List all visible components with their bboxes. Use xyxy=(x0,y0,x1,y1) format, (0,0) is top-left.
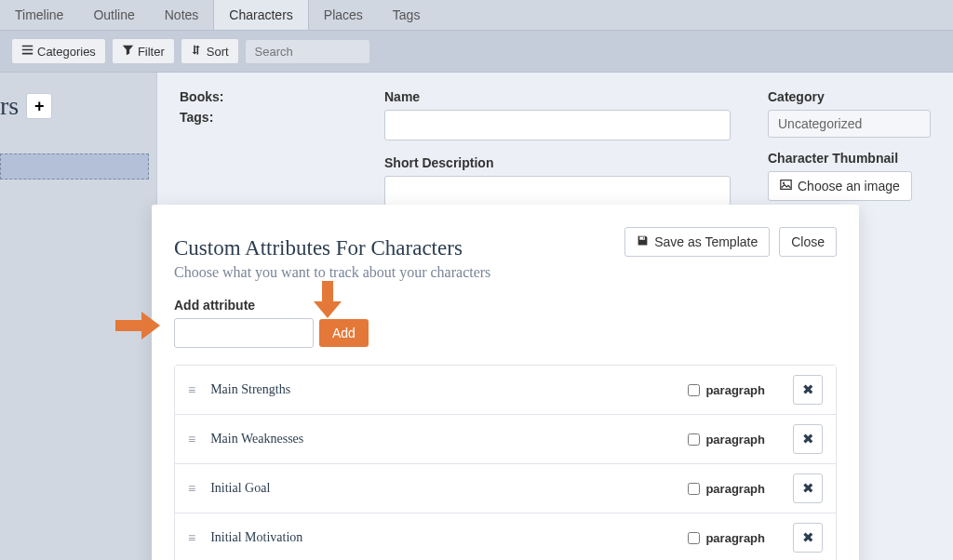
paragraph-label: paragraph xyxy=(705,531,765,545)
svg-point-1 xyxy=(783,182,785,184)
categories-button[interactable]: Categories xyxy=(11,38,106,64)
add-attribute-input[interactable] xyxy=(174,318,314,348)
shortdesc-label: Short Description xyxy=(384,155,731,170)
filter-icon xyxy=(122,44,134,59)
attribute-type-toggle[interactable]: paragraph xyxy=(688,433,765,447)
paragraph-checkbox[interactable] xyxy=(688,483,700,495)
sort-label: Sort xyxy=(207,45,229,59)
delete-attribute-button[interactable]: ✖ xyxy=(793,375,823,405)
search-input[interactable] xyxy=(245,39,370,64)
attribute-type-toggle[interactable]: paragraph xyxy=(688,531,765,545)
thumbnail-label: Character Thumbnail xyxy=(768,151,931,166)
drag-handle-icon[interactable]: ≡ xyxy=(188,530,195,545)
attribute-row: ≡ Initial Motivation paragraph ✖ xyxy=(175,513,836,560)
attribute-row: ≡ Initial Goal paragraph ✖ xyxy=(175,464,836,513)
svg-rect-0 xyxy=(781,180,791,190)
shortdesc-input[interactable] xyxy=(384,176,731,207)
tab-timeline[interactable]: Timeline xyxy=(0,0,78,30)
categories-label: Categories xyxy=(37,45,96,59)
attribute-row: ≡ Main Weaknesses paragraph ✖ xyxy=(175,415,836,464)
paragraph-checkbox[interactable] xyxy=(688,433,700,446)
paragraph-label: paragraph xyxy=(705,433,765,447)
add-character-button[interactable]: + xyxy=(26,93,52,119)
annotation-arrow-down xyxy=(314,281,342,318)
paragraph-label: paragraph xyxy=(705,383,765,397)
paragraph-checkbox[interactable] xyxy=(688,532,700,544)
drag-handle-icon[interactable]: ≡ xyxy=(188,432,195,447)
tab-places[interactable]: Places xyxy=(309,0,378,30)
panel-title: rs + xyxy=(0,91,149,121)
tab-notes[interactable]: Notes xyxy=(150,0,214,30)
attribute-name: Initial Goal xyxy=(210,481,688,496)
attribute-name: Initial Motivation xyxy=(210,530,688,545)
custom-attributes-modal: Custom Attributes For Characters Save as… xyxy=(152,205,859,560)
close-button[interactable]: Close xyxy=(779,227,837,257)
save-icon xyxy=(637,234,649,249)
close-icon: ✖ xyxy=(802,480,814,497)
save-template-label: Save as Template xyxy=(654,234,758,249)
close-icon: ✖ xyxy=(802,529,814,546)
drag-handle-icon[interactable]: ≡ xyxy=(188,481,195,496)
tags-label: Tags: xyxy=(180,110,347,125)
filter-label: Filter xyxy=(138,45,165,59)
tab-characters[interactable]: Characters xyxy=(213,0,308,30)
tab-tags[interactable]: Tags xyxy=(378,0,436,30)
filter-button[interactable]: Filter xyxy=(112,38,175,64)
tab-outline[interactable]: Outline xyxy=(78,0,149,30)
choose-image-label: Choose an image xyxy=(798,179,900,193)
top-nav-tabs: Timeline Outline Notes Characters Places… xyxy=(0,0,953,31)
close-icon: ✖ xyxy=(802,431,814,447)
list-icon xyxy=(21,44,34,59)
paragraph-checkbox[interactable] xyxy=(688,384,700,396)
modal-title: Custom Attributes For Characters xyxy=(174,236,463,260)
add-attribute-button[interactable]: Add xyxy=(319,319,369,347)
sort-button[interactable]: Sort xyxy=(181,38,239,64)
name-label: Name xyxy=(384,89,731,104)
panel-title-text: rs xyxy=(0,91,19,121)
sort-icon xyxy=(191,44,203,59)
toolbar: Categories Filter Sort xyxy=(0,31,953,73)
attribute-type-toggle[interactable]: paragraph xyxy=(688,482,765,496)
choose-image-button[interactable]: Choose an image xyxy=(768,171,912,201)
modal-subtitle: Choose what you want to track about your… xyxy=(174,264,837,281)
category-label: Category xyxy=(768,89,931,104)
category-select[interactable]: Uncategorized xyxy=(768,110,931,138)
save-template-button[interactable]: Save as Template xyxy=(624,227,770,257)
attribute-list: ≡ Main Strengths paragraph ✖ ≡ Main Weak… xyxy=(174,365,837,560)
character-list-item[interactable] xyxy=(0,153,149,180)
paragraph-label: paragraph xyxy=(705,482,765,496)
drag-handle-icon[interactable]: ≡ xyxy=(188,382,195,397)
attribute-name: Main Weaknesses xyxy=(210,432,688,447)
add-attribute-label: Add attribute xyxy=(174,298,837,313)
close-icon: ✖ xyxy=(802,381,814,398)
delete-attribute-button[interactable]: ✖ xyxy=(793,424,823,454)
attribute-row: ≡ Main Strengths paragraph ✖ xyxy=(175,366,836,415)
delete-attribute-button[interactable]: ✖ xyxy=(793,523,823,553)
attribute-type-toggle[interactable]: paragraph xyxy=(688,383,765,397)
annotation-arrow-right xyxy=(115,312,160,340)
attribute-name: Main Strengths xyxy=(210,382,688,397)
books-label: Books: xyxy=(180,89,347,104)
delete-attribute-button[interactable]: ✖ xyxy=(793,473,823,503)
name-input[interactable] xyxy=(384,110,731,140)
image-icon xyxy=(780,179,792,193)
